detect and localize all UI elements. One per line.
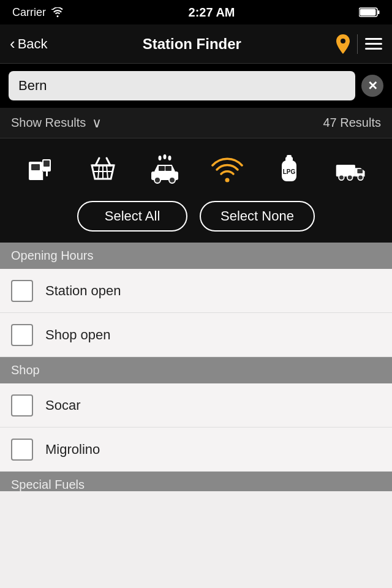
nav-divider	[357, 34, 358, 54]
chevron-down-icon: ∨	[92, 115, 102, 131]
svg-rect-24	[285, 157, 293, 162]
nav-right-actions	[336, 34, 382, 54]
list-item-migrolino[interactable]: Migrolino	[0, 428, 392, 472]
socar-label: Socar	[45, 398, 80, 413]
svg-rect-2	[378, 10, 380, 14]
back-button[interactable]: ‹ Back	[10, 34, 48, 53]
section-opening-hours: Opening Hours	[0, 243, 392, 269]
lpg-icon: LPG	[273, 153, 305, 185]
svg-point-22	[225, 178, 229, 183]
svg-point-30	[347, 175, 353, 181]
status-left: Carrier	[12, 6, 64, 19]
svg-point-21	[169, 177, 175, 183]
checkbox-socar[interactable]	[11, 394, 33, 417]
svg-point-16	[168, 156, 172, 160]
results-count: 47 Results	[323, 116, 382, 130]
station-open-label: Station open	[45, 283, 121, 299]
filter-icons-row: LPG	[0, 138, 392, 196]
select-none-button[interactable]: Select None	[200, 201, 315, 232]
list-item-socar[interactable]: Socar	[0, 383, 392, 428]
back-label: Back	[18, 36, 48, 52]
checkbox-shop-open[interactable]	[11, 324, 33, 346]
svg-rect-19	[165, 166, 172, 171]
gas-pump-icon	[25, 153, 57, 185]
nav-bar: ‹ Back Station Finder	[0, 24, 392, 64]
filter-truck[interactable]	[331, 149, 371, 189]
svg-point-14	[159, 156, 162, 160]
wifi-filter-icon	[211, 153, 243, 185]
status-time: 2:27 AM	[189, 6, 235, 20]
carrier-label: Carrier	[12, 6, 46, 19]
select-buttons-row: Select All Select None	[0, 196, 392, 243]
svg-point-20	[154, 177, 160, 183]
svg-rect-18	[159, 166, 165, 171]
list-item-station-open[interactable]: Station open	[0, 269, 392, 313]
truck-icon	[335, 153, 367, 185]
svg-rect-27	[336, 165, 355, 176]
select-all-button[interactable]: Select All	[77, 201, 187, 232]
svg-point-31	[358, 175, 364, 181]
svg-point-15	[164, 154, 167, 159]
car-wash-icon	[149, 153, 181, 185]
search-bar: ✕	[0, 64, 392, 108]
filter-gas-pump[interactable]	[21, 149, 61, 189]
menu-line-2	[365, 43, 382, 45]
location-pin-icon[interactable]	[336, 34, 350, 54]
filter-wifi[interactable]	[208, 149, 247, 189]
filter-lpg[interactable]: LPG	[270, 149, 309, 189]
search-input[interactable]	[9, 71, 355, 100]
basket-icon	[87, 153, 119, 185]
svg-point-29	[339, 175, 344, 181]
back-chevron-icon: ‹	[10, 34, 15, 53]
svg-rect-6	[43, 160, 50, 167]
checkbox-migrolino[interactable]	[11, 439, 33, 461]
section-opening-hours-label: Opening Hours	[11, 249, 94, 262]
status-right	[359, 7, 380, 18]
migrolino-label: Migrolino	[45, 442, 100, 458]
svg-rect-4	[31, 164, 40, 170]
svg-rect-25	[287, 155, 292, 157]
show-results-label: Show Results	[11, 116, 86, 130]
results-row: Show Results ∨ 47 Results	[0, 108, 392, 138]
section-shop-label: Shop	[11, 363, 40, 377]
section-special-fuels-label: Special Fuels	[11, 478, 85, 491]
svg-rect-28	[358, 169, 363, 173]
svg-rect-8	[46, 169, 48, 176]
menu-line-1	[365, 38, 382, 40]
status-bar: Carrier 2:27 AM	[0, 0, 392, 24]
page-title: Station Finder	[143, 36, 241, 53]
section-special-fuels-partial: Special Fuels	[0, 472, 392, 491]
close-icon: ✕	[368, 78, 378, 93]
svg-rect-1	[360, 9, 376, 16]
search-clear-button[interactable]: ✕	[361, 75, 383, 97]
list-item-shop-open[interactable]: Shop open	[0, 313, 392, 357]
section-shop: Shop	[0, 357, 392, 383]
menu-line-3	[365, 48, 382, 50]
filter-shop[interactable]	[83, 149, 123, 189]
battery-icon	[359, 7, 380, 18]
menu-button[interactable]	[365, 38, 382, 50]
svg-text:LPG: LPG	[283, 168, 296, 175]
wifi-icon	[51, 7, 64, 17]
shop-open-label: Shop open	[45, 327, 110, 343]
checkbox-station-open[interactable]	[11, 280, 33, 302]
filter-car-wash[interactable]	[145, 149, 184, 189]
